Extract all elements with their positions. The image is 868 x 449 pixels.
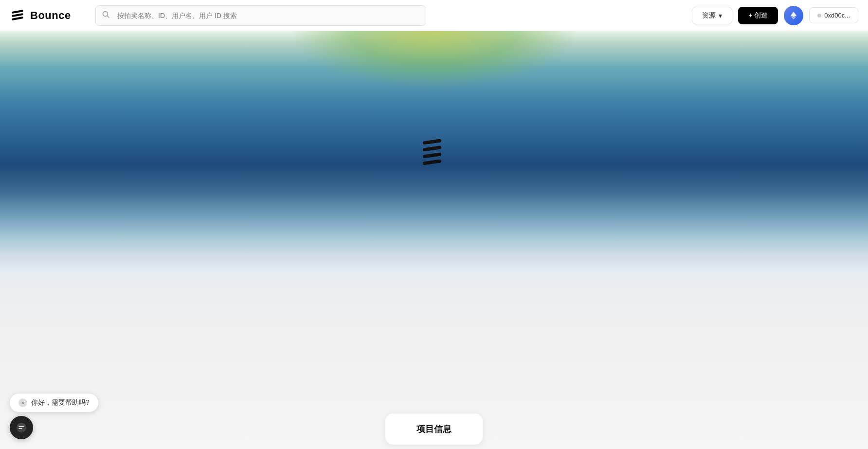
hero-logo-center bbox=[422, 138, 446, 167]
svg-rect-9 bbox=[423, 152, 442, 158]
svg-line-4 bbox=[108, 16, 109, 18]
chat-close-button[interactable]: × bbox=[18, 398, 27, 407]
project-info-title: 项目信息 bbox=[416, 424, 452, 434]
wallet-status-dot bbox=[817, 14, 821, 18]
wallet-address: 0xd00c... bbox=[824, 12, 850, 19]
chat-bubble: × 你好，需要帮助吗? bbox=[10, 394, 98, 412]
chat-widget: × 你好，需要帮助吗? bbox=[10, 394, 98, 439]
bounce-loading-icon bbox=[422, 138, 446, 167]
hero-section bbox=[0, 31, 868, 274]
svg-rect-10 bbox=[423, 159, 442, 165]
create-label: + 创造 bbox=[748, 11, 768, 20]
create-button[interactable]: + 创造 bbox=[738, 7, 778, 24]
logo-area: Bounce bbox=[10, 8, 88, 23]
svg-rect-1 bbox=[12, 13, 23, 17]
wallet-button[interactable]: 0xd00c... bbox=[809, 7, 858, 23]
svg-rect-7 bbox=[423, 139, 442, 144]
logo-text: Bounce bbox=[30, 9, 71, 22]
chevron-down-icon: ▾ bbox=[719, 12, 722, 19]
resources-button[interactable]: 资源 ▾ bbox=[692, 7, 732, 24]
search-bar bbox=[95, 5, 426, 26]
resources-label: 资源 bbox=[702, 11, 716, 20]
bounce-logo-icon bbox=[10, 8, 25, 23]
lower-section: 项目信息 bbox=[0, 274, 868, 449]
header: Bounce 资源 ▾ + 创造 0xd00c... bbox=[0, 0, 868, 31]
chat-message: 你好，需要帮助吗? bbox=[31, 398, 90, 407]
eth-network-button[interactable] bbox=[784, 6, 803, 25]
header-right: 资源 ▾ + 创造 0xd00c... bbox=[692, 6, 858, 25]
svg-marker-5 bbox=[791, 12, 796, 17]
svg-rect-0 bbox=[12, 9, 23, 13]
svg-rect-8 bbox=[423, 145, 442, 151]
search-icon bbox=[102, 11, 110, 20]
chat-open-button[interactable] bbox=[10, 416, 33, 439]
svg-rect-2 bbox=[12, 16, 23, 20]
svg-point-11 bbox=[17, 423, 26, 432]
main-content: 项目信息 bbox=[0, 0, 868, 449]
search-input[interactable] bbox=[95, 5, 426, 26]
project-info-card: 项目信息 bbox=[385, 413, 483, 445]
